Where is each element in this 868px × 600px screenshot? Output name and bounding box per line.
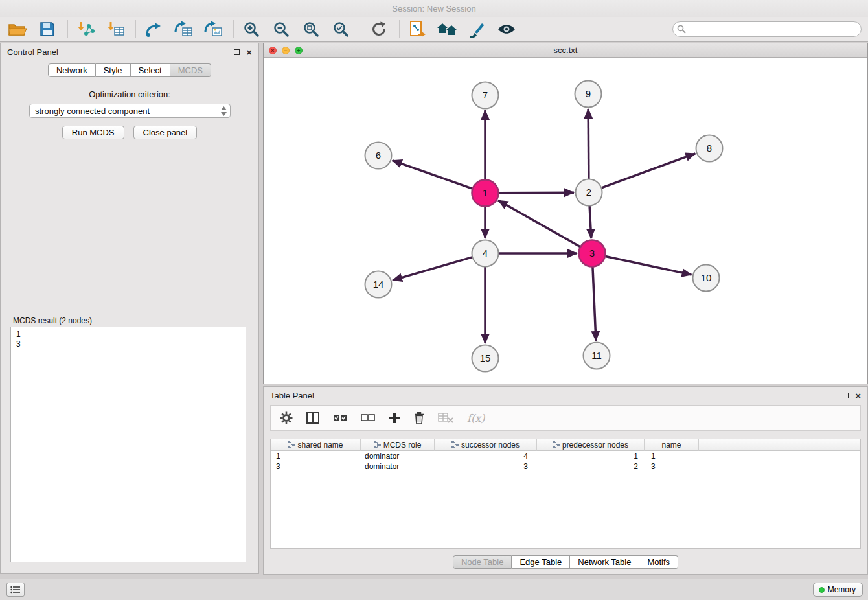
close-panel-icon[interactable]: ×	[855, 393, 861, 398]
tab-network-table[interactable]: Network Table	[570, 555, 639, 569]
search-input[interactable]	[672, 21, 862, 37]
network-canvas[interactable]: 7968124314101511	[264, 58, 867, 384]
network-node-label: 3	[589, 248, 595, 259]
delete-table-button[interactable]	[438, 413, 453, 423]
table-cell[interactable]: 3	[645, 461, 699, 472]
table-cell[interactable]: 3	[271, 461, 361, 472]
table-body: 1dominator4113dominator323	[271, 451, 860, 472]
network-node[interactable]: 6	[365, 143, 392, 169]
column-header-name[interactable]: name	[645, 439, 699, 451]
tab-node-table[interactable]: Node Table	[453, 555, 512, 569]
zoom-fit-button[interactable]	[300, 18, 322, 40]
network-edge[interactable]	[498, 200, 580, 246]
network-graph[interactable]: 7968124314101511	[264, 58, 867, 384]
column-header-predecessor-nodes[interactable]: predecessor nodes	[537, 439, 645, 451]
deselect-all-columns-button[interactable]	[361, 414, 375, 422]
save-session-button[interactable]	[36, 18, 58, 40]
search-box[interactable]	[672, 21, 862, 37]
table-cell[interactable]: 1	[271, 451, 361, 461]
float-panel-icon[interactable]	[843, 393, 849, 398]
toolbar-separator	[67, 20, 68, 38]
create-column-button[interactable]	[389, 412, 400, 424]
optimization-criterion-dropdown[interactable]: strongly connected component	[29, 104, 231, 118]
open-folder-icon	[8, 21, 27, 37]
select-all-columns-button[interactable]	[333, 414, 347, 422]
network-edge[interactable]	[593, 267, 596, 341]
table-cell[interactable]: dominator	[361, 461, 435, 472]
network-edge[interactable]	[393, 257, 472, 281]
table-cell[interactable]: 2	[537, 461, 645, 472]
network-node[interactable]: 14	[365, 271, 392, 298]
column-header-mcds-role[interactable]: MCDS role	[361, 439, 435, 451]
open-session-button[interactable]	[6, 18, 29, 40]
close-window-icon[interactable]: ×	[269, 47, 277, 54]
function-builder-button[interactable]: f(x)	[467, 412, 485, 424]
mcds-result-title: MCDS result (2 nodes)	[10, 316, 95, 325]
trash-icon	[414, 412, 424, 424]
column-header-shared-name[interactable]: shared name	[271, 439, 361, 451]
network-edge[interactable]	[602, 154, 696, 188]
delete-column-button[interactable]	[414, 412, 424, 424]
style-button[interactable]	[466, 18, 488, 40]
network-edge[interactable]	[589, 206, 591, 238]
table-tabs: Node Table Edge Table Network Table Moti…	[264, 555, 867, 569]
network-node[interactable]: 3	[579, 240, 606, 267]
run-mcds-button[interactable]: Run MCDS	[62, 126, 124, 139]
minimize-window-icon[interactable]: −	[282, 47, 290, 54]
table-cell[interactable]: 3	[435, 461, 537, 472]
task-history-button[interactable]	[6, 583, 25, 597]
open-network-in-browser-button[interactable]	[406, 18, 428, 40]
export-network-button[interactable]	[143, 18, 165, 40]
show-hide-view-button[interactable]	[496, 18, 518, 40]
maximize-window-icon[interactable]: +	[295, 47, 303, 54]
network-window-titlebar[interactable]: × − + scc.txt	[264, 43, 867, 58]
home-button[interactable]	[436, 18, 458, 40]
checked-boxes-icon	[333, 414, 347, 422]
tab-network[interactable]: Network	[48, 63, 96, 77]
network-node[interactable]: 2	[576, 179, 602, 206]
export-image-button[interactable]	[202, 18, 224, 40]
network-node[interactable]: 8	[696, 135, 723, 162]
export-table-button[interactable]	[172, 18, 194, 40]
network-node-label: 11	[591, 350, 602, 361]
tab-motifs[interactable]: Motifs	[639, 555, 678, 569]
column-header-successor-nodes[interactable]: successor nodes	[435, 439, 537, 451]
show-columns-button[interactable]	[306, 412, 319, 424]
float-panel-icon[interactable]	[234, 49, 240, 55]
network-node[interactable]: 4	[472, 240, 499, 267]
network-edge[interactable]	[499, 192, 574, 193]
network-edge[interactable]	[588, 109, 589, 179]
table-row[interactable]: 3dominator323	[271, 461, 860, 472]
tab-select[interactable]: Select	[131, 63, 170, 77]
network-edge[interactable]	[606, 256, 692, 275]
table-row[interactable]: 1dominator411	[271, 451, 860, 461]
zoom-in-button[interactable]	[240, 18, 262, 40]
close-panel-button[interactable]: Close panel	[133, 126, 198, 139]
table-cell[interactable]: 1	[645, 451, 699, 461]
table-settings-button[interactable]	[280, 411, 293, 424]
network-node[interactable]: 1	[472, 180, 499, 207]
column-header-label: predecessor nodes	[562, 441, 628, 450]
network-node[interactable]: 11	[584, 343, 610, 369]
tab-edge-table[interactable]: Edge Table	[512, 555, 570, 569]
zoom-selected-button[interactable]	[330, 18, 352, 40]
network-node[interactable]: 9	[575, 81, 602, 108]
window-titlebar[interactable]: Session: New Session	[0, 0, 868, 17]
table-cell[interactable]: 1	[537, 451, 645, 461]
table-cell[interactable]: 4	[435, 451, 537, 461]
tab-mcds[interactable]: MCDS	[170, 63, 211, 77]
close-panel-icon[interactable]: ×	[246, 49, 252, 55]
mcds-result-list[interactable]: 1 3	[10, 327, 246, 562]
tab-style[interactable]: Style	[96, 63, 131, 77]
network-node[interactable]: 7	[472, 82, 499, 109]
zoom-out-button[interactable]	[270, 18, 292, 40]
memory-button[interactable]: Memory	[813, 583, 863, 597]
table-cell[interactable]: dominator	[361, 451, 435, 461]
network-node[interactable]: 15	[472, 345, 499, 372]
toolbar-separator	[135, 20, 136, 38]
import-table-button[interactable]	[104, 18, 126, 40]
import-network-button[interactable]	[74, 18, 97, 40]
apply-layout-button[interactable]	[368, 18, 390, 40]
network-node[interactable]: 10	[693, 265, 720, 292]
network-edge[interactable]	[393, 161, 472, 189]
